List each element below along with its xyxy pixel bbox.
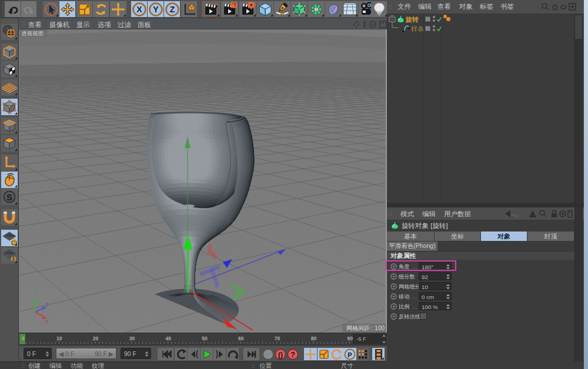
svg-text:0: 0 <box>22 336 25 341</box>
svg-text:Y: Y <box>153 5 159 14</box>
svg-text:Z: Z <box>169 5 175 14</box>
svg-text:(): () <box>278 350 283 358</box>
svg-text:50: 50 <box>202 336 208 341</box>
svg-text:X: X <box>45 320 48 324</box>
svg-text:P: P <box>348 351 352 358</box>
svg-text:70: 70 <box>275 336 280 341</box>
svg-text:-6 F: -6 F <box>356 336 366 342</box>
svg-text:Z: Z <box>46 303 49 307</box>
svg-text:40: 40 <box>165 336 171 341</box>
svg-text:X: X <box>136 5 142 14</box>
svg-text:80: 80 <box>311 336 317 341</box>
svg-text:20: 20 <box>93 336 99 341</box>
svg-text:30: 30 <box>129 336 135 341</box>
svg-text:60: 60 <box>238 336 244 341</box>
svg-text:S: S <box>6 192 12 202</box>
svg-text:Y: Y <box>34 294 37 298</box>
svg-text:10: 10 <box>56 336 62 341</box>
svg-text:?: ? <box>290 350 295 358</box>
svg-text:90: 90 <box>347 336 353 341</box>
svg-text:网格间距 : 100 cm: 网格间距 : 100 cm <box>346 325 386 331</box>
